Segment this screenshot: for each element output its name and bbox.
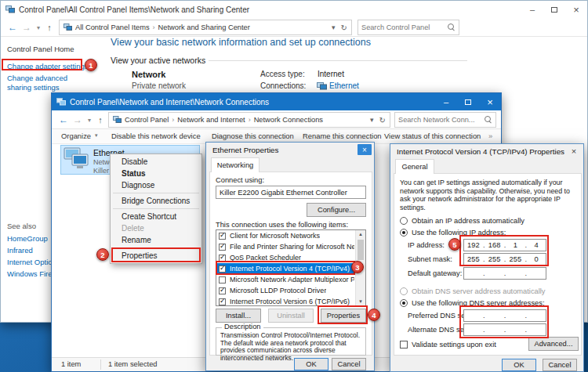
toolbar-view-status[interactable]: View status of this connection — [384, 132, 481, 140]
checkbox[interactable] — [219, 233, 226, 240]
checkbox[interactable] — [219, 265, 226, 273]
sidebar-link-change-advanced-sharing[interactable]: Change advanced sharing settings — [7, 74, 92, 92]
menu-item-delete: Delete — [111, 222, 201, 234]
breadcrumb-segment[interactable]: Network and Sharing Center — [158, 23, 250, 31]
list-item-lldp-protocol[interactable]: Microsoft LLDP Protocol Driver — [216, 285, 365, 296]
ok-button[interactable]: OK — [502, 359, 536, 371]
address-bar: ← → ▾ ↑ All Control Panel Items › Networ… — [1, 18, 587, 37]
chevron-down-icon[interactable]: ▾ — [370, 116, 374, 124]
close-button[interactable]: × — [479, 93, 501, 110]
toolbar-organize[interactable]: Organize — [61, 132, 91, 140]
search-input[interactable] — [398, 116, 482, 124]
configure-button[interactable]: Configure... — [307, 203, 366, 217]
radio-use-ip-label[interactable]: Use the following IP address: — [412, 229, 506, 237]
window-title: Control Panel\All Control Panel Items\Ne… — [19, 5, 249, 14]
sidebar-item-home[interactable]: Control Panel Home — [7, 45, 74, 53]
alternate-dns-field[interactable]: ... — [463, 323, 546, 336]
radio-use-dns[interactable] — [400, 299, 408, 307]
list-item-file-printer-sharing[interactable]: File and Printer Sharing for Microsoft N… — [216, 241, 365, 252]
validate-checkbox[interactable] — [400, 341, 408, 349]
chevron-down-icon[interactable]: ▾ — [332, 23, 336, 31]
maximize-button[interactable] — [457, 93, 479, 110]
toolbar-rename[interactable]: Rename this connection — [303, 132, 382, 140]
menu-item-create-shortcut[interactable]: Create Shortcut — [111, 211, 201, 222]
breadcrumb-segment[interactable]: Control Panel — [125, 116, 169, 124]
tab-label: Networking — [217, 161, 254, 169]
toolbar-diagnose[interactable]: Diagnose this connection — [212, 132, 294, 140]
back-button[interactable]: ← — [5, 18, 20, 37]
validate-checkbox-label[interactable]: Validate settings upon exit — [412, 341, 496, 349]
radio-obtain-ip-label[interactable]: Obtain an IP address automatically — [412, 217, 524, 225]
close-button[interactable]: × — [565, 1, 587, 18]
list-item-qos-packet-scheduler[interactable]: QoS Packet Scheduler — [216, 252, 365, 263]
up-button[interactable]: ↑ — [95, 110, 106, 129]
forward-button[interactable]: → — [20, 18, 34, 37]
tab-networking[interactable]: Networking — [211, 157, 260, 172]
cancel-button[interactable]: Cancel — [543, 359, 577, 371]
maximize-button[interactable] — [543, 1, 565, 18]
dialog-ethernet-properties: Ethernet Properties × Networking Connect… — [205, 142, 375, 371]
history-dropdown-icon[interactable]: ▾ — [34, 18, 43, 37]
step-badge-5: 5 — [448, 238, 461, 251]
menu-item-disable[interactable]: Disable — [111, 156, 201, 168]
search-icon[interactable] — [485, 116, 492, 124]
close-button[interactable]: × — [568, 145, 580, 157]
advanced-label: Advanced... — [534, 340, 572, 348]
minimize-button[interactable]: – — [521, 1, 543, 18]
menu-item-diagnose[interactable]: Diagnose — [111, 179, 201, 191]
checkbox[interactable] — [219, 244, 226, 251]
refresh-icon[interactable]: ↻ — [341, 23, 347, 32]
forward-button[interactable]: → — [71, 110, 85, 129]
sidebar-link-homegroup[interactable]: HomeGroup — [7, 234, 48, 243]
chevron-right-icon: › — [172, 116, 174, 124]
advanced-button[interactable]: Advanced... — [528, 337, 579, 351]
list-item-client-ms-networks[interactable]: Client for Microsoft Networks — [216, 230, 365, 241]
sidebar-link-change-adapter-settings[interactable]: Change adapter settings — [7, 62, 89, 70]
list-item-ipv4[interactable]: Internet Protocol Version 4 (TCP/IPv4) — [216, 263, 365, 274]
subnet-mask-field[interactable]: 255.255.255.0 — [463, 253, 546, 265]
menu-item-bridge-connections[interactable]: Bridge Connections — [111, 195, 201, 207]
tab-general[interactable]: General — [395, 159, 434, 174]
connections-ethernet-link[interactable]: Ethernet — [329, 81, 359, 90]
search-icon[interactable] — [448, 23, 456, 31]
checkbox[interactable] — [219, 298, 226, 305]
ok-button[interactable]: OK — [294, 358, 328, 370]
breadcrumb-segment[interactable]: Network Connections — [254, 116, 323, 124]
radio-obtain-ip[interactable] — [400, 217, 408, 225]
menu-item-status[interactable]: Status — [111, 168, 201, 179]
breadcrumb-segment[interactable]: All Control Panel Items — [75, 23, 150, 31]
list-item-ipv6[interactable]: Internet Protocol Version 6 (TCP/IPv6) — [216, 296, 365, 306]
scroll-up-icon[interactable]: ▲ — [356, 230, 365, 238]
breadcrumb-segment[interactable]: Network and Internet — [177, 116, 245, 124]
checkbox[interactable] — [219, 287, 226, 294]
search-input[interactable] — [361, 23, 445, 31]
close-button[interactable]: × — [358, 144, 372, 155]
back-button[interactable]: ← — [56, 110, 71, 129]
properties-button[interactable]: Properties — [321, 309, 366, 323]
checkbox[interactable] — [219, 276, 226, 284]
list-item-multiplexor-protocol[interactable]: Microsoft Network Adapter Multiplexor Pr… — [216, 274, 365, 285]
toolbar-disable-device[interactable]: Disable this network device — [111, 132, 201, 140]
toolbar-overflow-icon[interactable]: » — [488, 132, 492, 140]
menu-item-properties[interactable]: Properties — [111, 250, 201, 262]
menu-item-rename[interactable]: Rename — [111, 234, 201, 246]
preferred-dns-field[interactable]: ... — [463, 309, 546, 322]
minimize-button[interactable]: – — [435, 93, 457, 110]
scroll-down-icon[interactable]: ▼ — [356, 298, 365, 305]
list-item-label: File and Printer Sharing for Microsoft N… — [230, 243, 354, 251]
list-item-label: Microsoft LLDP Protocol Driver — [230, 287, 326, 294]
default-gateway-field[interactable]: ... — [463, 267, 546, 280]
chevron-right-icon: › — [153, 23, 155, 31]
refresh-icon[interactable]: ↻ — [379, 116, 386, 125]
install-button[interactable]: Install... — [216, 309, 261, 323]
radio-use-dns-label[interactable]: Use the following DNS server addresses: — [412, 299, 544, 307]
cancel-button[interactable]: Cancel — [332, 358, 366, 370]
history-dropdown-icon[interactable]: ▾ — [85, 110, 94, 129]
radio-use-ip[interactable] — [400, 229, 408, 237]
folder-icon — [113, 116, 122, 124]
scroll-thumb[interactable] — [358, 240, 364, 260]
up-button[interactable]: ↑ — [44, 18, 55, 37]
ip-address-field[interactable]: 192.168.1.4 — [463, 239, 546, 251]
sidebar-link-infrared[interactable]: Infrared — [7, 246, 33, 255]
checkbox[interactable] — [219, 255, 226, 262]
